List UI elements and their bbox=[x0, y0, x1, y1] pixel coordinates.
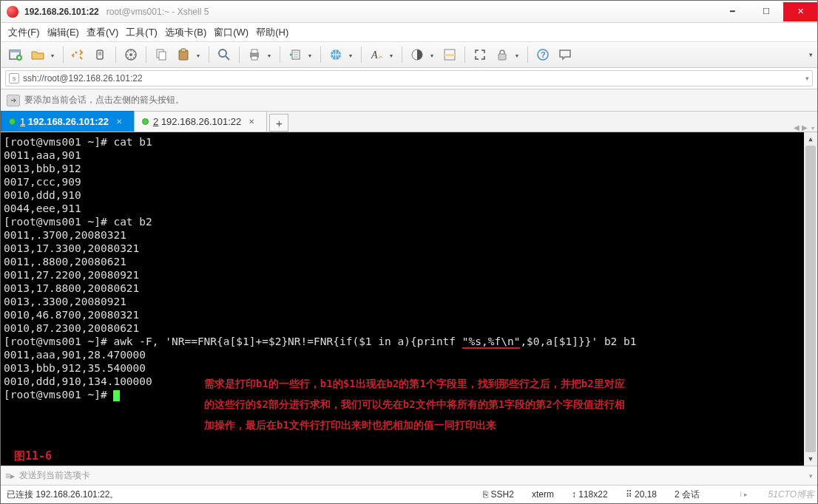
dropdown-icon[interactable]: ▾ bbox=[430, 52, 436, 59]
terminal-line: [root@vms001 ~]# cat b2 bbox=[4, 216, 152, 228]
xftp-button[interactable] bbox=[286, 47, 304, 63]
properties-button[interactable] bbox=[122, 47, 140, 63]
connected-indicator-icon bbox=[9, 118, 16, 125]
tip-bar: ➜ 要添加当前会话，点击左侧的箭头按钮。 bbox=[1, 89, 817, 112]
input-hint: 发送到当前选项卡 bbox=[19, 469, 90, 482]
close-tab-icon[interactable]: ✕ bbox=[249, 118, 254, 126]
terminal-line: 0011,.3700,20080321 bbox=[4, 229, 126, 241]
address-input[interactable]: s ssh://root@192.168.26.101:22 ▾ bbox=[5, 70, 813, 86]
svg-point-7 bbox=[129, 53, 132, 56]
dropdown-icon[interactable]: ▾ bbox=[51, 52, 57, 59]
font-button[interactable]: A bbox=[368, 47, 385, 63]
add-session-icon[interactable]: ➜ bbox=[7, 95, 20, 106]
svg-rect-11 bbox=[181, 49, 186, 52]
toolbar-separator bbox=[320, 47, 321, 63]
dropdown-icon[interactable]: ▾ bbox=[268, 52, 274, 59]
session-tab-1[interactable]: 1 192.168.26.101:22 ✕ bbox=[1, 111, 135, 132]
dropdown-icon[interactable]: ▾ bbox=[197, 52, 203, 59]
menu-window[interactable]: 窗口(W) bbox=[214, 26, 249, 39]
menu-help[interactable]: 帮助(H) bbox=[256, 26, 288, 39]
menu-edit[interactable]: 编辑(E) bbox=[47, 26, 79, 39]
terminal-line: 0010,87.2300,20080621 bbox=[4, 322, 139, 334]
toolbar-separator bbox=[464, 47, 465, 63]
terminal-line: 0011,aaa,901,28.470000 bbox=[4, 349, 146, 361]
print-button[interactable] bbox=[246, 47, 263, 63]
find-button[interactable] bbox=[215, 47, 233, 63]
dropdown-icon[interactable]: ▾ bbox=[390, 52, 396, 59]
status-term: xterm bbox=[532, 489, 554, 500]
command-input-bar[interactable]: ≡▸ 发送到当前选项卡 ▾ bbox=[1, 466, 817, 485]
scroll-up-icon[interactable]: ▲ bbox=[804, 132, 817, 146]
scroll-down-icon[interactable]: ▼ bbox=[804, 452, 817, 466]
maximize-button[interactable]: ☐ bbox=[749, 2, 783, 21]
web-button[interactable] bbox=[327, 47, 345, 63]
terminal-scrollbar[interactable]: ▲ ▼ bbox=[804, 132, 817, 466]
status-bar: 已连接 192.168.26.101:22。 ⎘ SSH2 xterm ↕ 11… bbox=[1, 485, 817, 503]
terminal-line: 0017,ccc,909 bbox=[4, 176, 81, 188]
window-controls: ━ ☐ ✕ bbox=[715, 2, 817, 21]
menu-view[interactable]: 查看(V) bbox=[87, 26, 118, 39]
menu-file[interactable]: 文件(F) bbox=[8, 26, 40, 39]
tab-label: 192.168.26.101:22 bbox=[28, 116, 109, 127]
session-tab-2[interactable]: 2 192.168.26.101:22 ✕ bbox=[134, 111, 267, 132]
fullscreen-button[interactable] bbox=[471, 47, 489, 63]
help-button[interactable]: ? bbox=[534, 47, 552, 63]
terminal-line: 0013,bbb,912 bbox=[4, 163, 81, 174]
close-tab-icon[interactable]: ✕ bbox=[116, 118, 122, 126]
color-scheme-button[interactable] bbox=[408, 47, 426, 63]
input-indicator-icon: ≡▸ bbox=[5, 471, 15, 481]
copy-button[interactable] bbox=[152, 47, 170, 63]
toolbar-separator bbox=[209, 47, 209, 63]
status-more-icon[interactable]: ⁝ ▸ bbox=[740, 491, 748, 498]
minimize-button[interactable]: ━ bbox=[715, 2, 749, 21]
terminal-line: 0044,eee,911 bbox=[4, 202, 81, 214]
svg-rect-22 bbox=[498, 54, 506, 60]
toolbar-separator bbox=[402, 47, 402, 63]
tip-text: 要添加当前会话，点击左侧的箭头按钮。 bbox=[24, 94, 184, 106]
lock-button[interactable] bbox=[493, 47, 511, 63]
svg-text:A: A bbox=[371, 50, 378, 61]
tab-scroll-controls[interactable]: ◀ ▶ ▾ bbox=[794, 123, 817, 132]
menu-bar: 文件(F) 编辑(E) 查看(V) 工具(T) 选项卡(B) 窗口(W) 帮助(… bbox=[1, 23, 817, 42]
svg-point-12 bbox=[219, 50, 226, 57]
toolbar-overflow-icon[interactable]: ▾ bbox=[809, 51, 813, 58]
scroll-track[interactable] bbox=[804, 146, 817, 452]
terminal-awk-line: [root@vms001 ~]# awk -F, 'NR==FNR{a[$1]+… bbox=[4, 336, 637, 349]
toolbar-separator bbox=[146, 47, 146, 63]
terminal-prompt: [root@vms001 ~]# bbox=[4, 389, 120, 401]
toolbar-separator bbox=[63, 47, 64, 63]
paste-button[interactable] bbox=[175, 47, 192, 63]
new-terminal-button[interactable] bbox=[7, 47, 24, 63]
close-button[interactable]: ✕ bbox=[783, 2, 817, 21]
tab-index: 1 bbox=[20, 116, 25, 127]
menu-tools[interactable]: 工具(T) bbox=[126, 26, 158, 39]
status-cursor: ⠿ 20,18 bbox=[626, 489, 657, 500]
svg-text:?: ? bbox=[541, 50, 546, 59]
dropdown-icon[interactable]: ▾ bbox=[349, 52, 355, 59]
reconnect-button[interactable] bbox=[70, 47, 87, 63]
new-tab-button[interactable]: + bbox=[269, 114, 288, 132]
terminal-line: 0013,17.3300,20080321 bbox=[4, 242, 139, 254]
status-sessions: 2 会话 bbox=[675, 488, 700, 501]
watermark-text: 51CTO博客 bbox=[768, 488, 814, 501]
terminal-line: 0010,46.8700,20080321 bbox=[4, 309, 139, 321]
terminal-line: 0011,.8800,20080621 bbox=[4, 256, 126, 268]
svg-rect-21 bbox=[445, 54, 455, 56]
menu-tabs[interactable]: 选项卡(B) bbox=[165, 26, 206, 39]
terminal-view[interactable]: [root@vms001 ~]# cat b1 0011,aaa,901 001… bbox=[1, 132, 817, 466]
highlight-button[interactable] bbox=[441, 47, 459, 63]
feedback-button[interactable] bbox=[556, 47, 574, 63]
disconnect-button[interactable] bbox=[92, 47, 109, 63]
highlighted-printf-format: "%s,%f\n" bbox=[462, 336, 521, 349]
open-folder-button[interactable] bbox=[29, 47, 47, 63]
terminal-line: 0013,bbb,912,35.540000 bbox=[4, 362, 146, 374]
toolbar-separator bbox=[239, 47, 240, 63]
connected-indicator-icon bbox=[142, 118, 149, 125]
scroll-thumb[interactable] bbox=[805, 146, 816, 452]
terminal-line: 0010,ddd,910 bbox=[4, 189, 81, 201]
dropdown-icon[interactable]: ▾ bbox=[809, 472, 813, 480]
dropdown-icon[interactable]: ▾ bbox=[805, 75, 809, 82]
dropdown-icon[interactable]: ▾ bbox=[308, 52, 314, 59]
svg-rect-1 bbox=[10, 50, 20, 52]
dropdown-icon[interactable]: ▾ bbox=[516, 52, 521, 59]
